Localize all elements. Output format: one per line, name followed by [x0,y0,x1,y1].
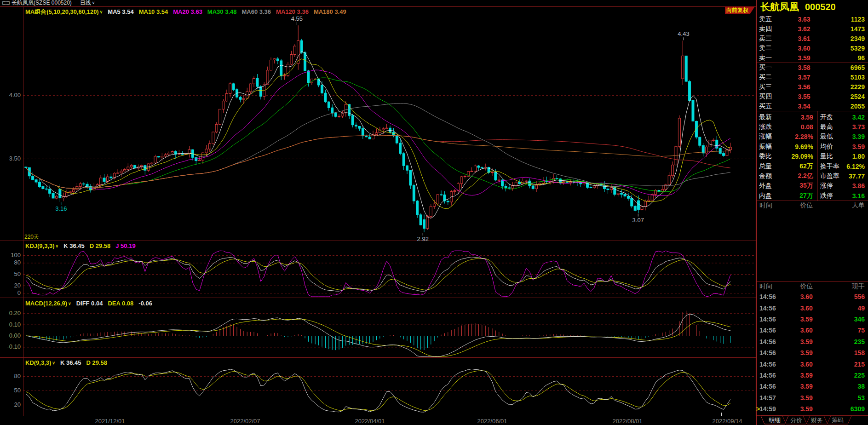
axis-label: 4.00 [0,92,21,98]
ask-row[interactable]: 卖四3.621473 [757,24,868,34]
tick-time: 14:56 [759,316,787,323]
tick-volume: 49 [826,304,865,312]
date-label: 2022/09/14 [712,418,742,425]
indicator-value: K 36.45 [60,359,81,366]
stat-row: 外盘35万涨停3.86 [757,181,868,191]
indicator-value: DIFF 0.04 [76,300,103,307]
big-orders-vol: 大单 [826,201,865,210]
ticks-time: 时间 [759,282,787,291]
indicator-value: MA120 3.36 [276,8,309,15]
big-orders-time: 时间 [759,201,787,210]
date-label: 2022/04/01 [355,418,385,425]
tick-price: 3.59 [787,383,826,390]
stat-label: 最高 [820,123,833,131]
macd-indicator-panel[interactable] [0,298,756,358]
stat-value: 62万 [799,162,813,171]
stat-cell: 金额2.2亿 [757,172,817,180]
stat-cell: 跌停3.16 [817,192,868,200]
period-selector[interactable]: 日线∨ [80,0,95,6]
tick-volume: 225 [826,372,865,379]
window-title: 长航凤凰(SZSE 000520) [11,0,72,6]
stat-cell: 涨幅2.28% [757,132,817,141]
bid-row[interactable]: 买二3.575103 [757,73,868,82]
order-book: 卖五3.631123卖四3.621473卖三3.612349卖二3.605329… [757,14,868,111]
bid-row[interactable]: 买四3.552524 [757,92,868,101]
level-volume: 5329 [824,45,865,52]
tab-筹码[interactable]: 筹码 [824,416,851,424]
indicator-name: KDJ(9,3,3) [25,242,55,249]
stat-cell: 最低3.39 [817,132,868,141]
date-label: 2022/02/07 [230,418,260,425]
level-price: 3.55 [784,93,824,100]
svg-text:筹码: 筹码 [832,417,844,424]
tick-price: 3.59 [787,316,826,323]
indicator-value: MA60 3.36 [241,8,271,15]
indicator-value: K 36.45 [63,242,85,249]
indicator-value: D 29.58 [90,242,111,249]
stat-value: 3.42 [852,114,865,121]
ask-levels: 卖五3.631123卖四3.621473卖三3.612349卖二3.605329… [757,15,868,63]
indicator-value: MA5 3.54 [108,8,133,15]
stat-row: 涨幅2.28%最低3.39 [757,132,868,142]
chevron-down-icon[interactable]: ∨ [100,10,103,14]
tick-time: 14:56 [759,304,787,312]
stat-value: 0.08 [801,123,813,131]
chevron-down-icon[interactable]: ∨ [68,301,71,306]
tick-row: 14:563.5938 [757,381,868,392]
level-price: 3.58 [784,64,824,71]
tick-volume: 6309 [826,405,865,413]
kdj-indicator-panel[interactable] [0,241,756,298]
ma-lines-layer [26,52,730,218]
stat-label: 涨停 [820,182,833,190]
axis-label: 100 [0,252,21,258]
stat-row: 最新3.59开盘3.42 [757,112,868,122]
stat-value: 37.77 [849,172,865,180]
svg-text:3.16: 3.16 [55,205,67,212]
stat-value: 27万 [799,192,813,200]
stat-label: 委比 [759,152,772,161]
level-volume: 2524 [824,93,865,100]
stat-cell: 最高3.73 [817,123,868,131]
kd-indicator-panel[interactable] [0,358,756,416]
stat-row: 振幅9.69%均价3.59 [757,142,868,151]
bid-row[interactable]: 买一3.586965 [757,63,868,73]
level-volume: 5103 [824,74,865,81]
level-label: 买四 [759,92,784,101]
main-candlestick-chart[interactable]: 4.554.433.162.923.07 [0,6,756,241]
tick-volume: 235 [826,338,865,345]
quote-stats: 最新3.59开盘3.42涨跌0.08最高3.73涨幅2.28%最低3.39振幅9… [757,111,868,201]
stat-row: 涨跌0.08最高3.73 [757,122,868,132]
axis-label: 80 [0,259,21,266]
indicator-name: MACD(12,26,9) [25,300,67,307]
chevron-down-icon[interactable]: ∨ [52,361,55,365]
bid-levels: 买一3.586965买二3.575103买三3.562229买四3.552524… [757,63,868,111]
ask-row[interactable]: 卖一3.5996 [757,53,868,63]
quote-panel-tabs[interactable]: 明细分价财务筹码 [757,415,868,425]
tick-list: 14:563.6055614:563.604914:563.5934614:56… [757,291,868,414]
bid-row[interactable]: 买三3.562229 [757,82,868,92]
level-volume: 1473 [824,25,865,33]
axis-label: 20 [0,282,21,289]
level-label: 卖五 [759,15,784,23]
tab-财务[interactable]: 财务 [803,416,831,424]
indicator-value: MA30 3.48 [207,8,237,15]
stat-value: 29.09% [791,153,813,160]
ask-row[interactable]: 卖三3.612349 [757,34,868,44]
level-volume: 96 [824,54,865,62]
ask-row[interactable]: 卖二3.605329 [757,43,868,53]
stock-name: 长航凤凰 [760,0,799,13]
stat-label: 外盘 [759,182,772,190]
stat-cell: 市盈率37.77 [817,172,868,180]
tick-volume: 53 [826,394,865,402]
stat-cell: 开盘3.42 [817,113,868,121]
stat-value: 6.12% [846,163,865,170]
ask-row[interactable]: 卖五3.631123 [757,15,868,24]
bid-row[interactable]: 买五3.542055 [757,101,868,111]
macd-indicator-header: MACD(12,26,9)∨DIFF 0.04DEA 0.08-0.06 [25,300,157,307]
svg-text:明细: 明细 [769,417,781,424]
chevron-down-icon[interactable]: ∨ [56,244,59,248]
adjust-mode-flag[interactable]: 向前复权 [725,6,755,14]
stat-cell: 量比1.80 [817,152,868,161]
stat-value: 3.86 [852,182,865,190]
titlebar: ⊏⊐长航凤凰(SZSE 000520)日线∨ [0,0,756,6]
